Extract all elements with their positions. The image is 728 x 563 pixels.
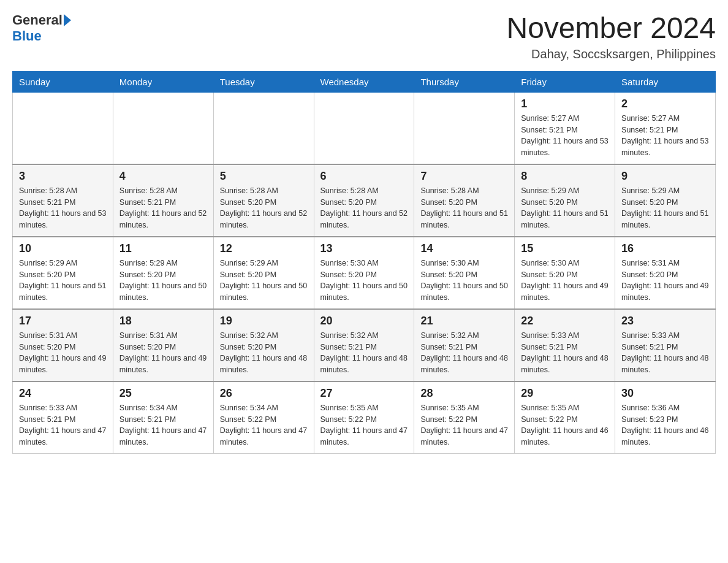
calendar-day-cell [113, 92, 213, 164]
day-info: Sunrise: 5:32 AMSunset: 5:20 PMDaylight:… [220, 330, 308, 376]
calendar-day-cell: 30Sunrise: 5:36 AMSunset: 5:23 PMDayligh… [615, 381, 716, 454]
day-info: Sunrise: 5:33 AMSunset: 5:21 PMDaylight:… [521, 330, 609, 376]
day-info: Sunrise: 5:28 AMSunset: 5:20 PMDaylight:… [220, 185, 308, 231]
day-number: 6 [320, 170, 408, 183]
calendar-day-cell: 15Sunrise: 5:30 AMSunset: 5:20 PMDayligh… [515, 237, 615, 309]
day-info: Sunrise: 5:29 AMSunset: 5:20 PMDaylight:… [119, 258, 207, 304]
calendar-day-cell: 2Sunrise: 5:27 AMSunset: 5:21 PMDaylight… [615, 92, 716, 164]
day-info: Sunrise: 5:30 AMSunset: 5:20 PMDaylight:… [320, 258, 408, 304]
calendar-day-cell: 20Sunrise: 5:32 AMSunset: 5:21 PMDayligh… [314, 309, 414, 381]
col-tuesday: Tuesday [213, 71, 314, 92]
day-number: 25 [119, 387, 207, 400]
day-info: Sunrise: 5:28 AMSunset: 5:21 PMDaylight:… [19, 185, 107, 231]
calendar-week-row: 17Sunrise: 5:31 AMSunset: 5:20 PMDayligh… [13, 309, 716, 381]
day-info: Sunrise: 5:28 AMSunset: 5:20 PMDaylight:… [420, 185, 508, 231]
day-number: 9 [621, 170, 709, 183]
calendar-day-cell: 10Sunrise: 5:29 AMSunset: 5:20 PMDayligh… [13, 237, 113, 309]
calendar-day-cell [414, 92, 515, 164]
col-sunday: Sunday [13, 71, 113, 92]
calendar-day-cell: 24Sunrise: 5:33 AMSunset: 5:21 PMDayligh… [13, 381, 113, 454]
day-number: 28 [420, 387, 508, 400]
day-number: 23 [621, 315, 709, 327]
day-number: 1 [521, 98, 609, 110]
day-number: 20 [320, 315, 408, 327]
day-number: 19 [220, 315, 308, 327]
calendar-day-cell: 27Sunrise: 5:35 AMSunset: 5:22 PMDayligh… [314, 381, 414, 454]
day-number: 13 [320, 242, 408, 255]
day-info: Sunrise: 5:29 AMSunset: 5:20 PMDaylight:… [220, 258, 308, 304]
calendar-header: Sunday Monday Tuesday Wednesday Thursday… [13, 71, 716, 92]
day-info: Sunrise: 5:27 AMSunset: 5:21 PMDaylight:… [521, 113, 609, 159]
calendar-day-cell: 26Sunrise: 5:34 AMSunset: 5:22 PMDayligh… [213, 381, 314, 454]
day-number: 5 [220, 170, 308, 183]
day-info: Sunrise: 5:36 AMSunset: 5:23 PMDaylight:… [621, 402, 709, 448]
day-number: 12 [220, 242, 308, 255]
day-info: Sunrise: 5:28 AMSunset: 5:20 PMDaylight:… [320, 185, 408, 231]
day-info: Sunrise: 5:35 AMSunset: 5:22 PMDaylight:… [320, 402, 408, 448]
header-row: Sunday Monday Tuesday Wednesday Thursday… [13, 71, 716, 92]
page-subtitle: Dahay, Soccsksargen, Philippines [506, 47, 716, 61]
day-number: 18 [119, 315, 207, 327]
calendar-day-cell: 4Sunrise: 5:28 AMSunset: 5:21 PMDaylight… [113, 164, 213, 237]
day-number: 22 [521, 315, 609, 327]
calendar-day-cell: 3Sunrise: 5:28 AMSunset: 5:21 PMDaylight… [13, 164, 113, 237]
day-info: Sunrise: 5:34 AMSunset: 5:22 PMDaylight:… [220, 402, 308, 448]
logo-general-text: General [12, 12, 63, 28]
title-area: November 2024 Dahay, Soccsksargen, Phili… [506, 12, 716, 61]
calendar-day-cell: 16Sunrise: 5:31 AMSunset: 5:20 PMDayligh… [615, 237, 716, 309]
day-number: 29 [521, 387, 609, 400]
day-number: 30 [621, 387, 709, 400]
day-info: Sunrise: 5:35 AMSunset: 5:22 PMDaylight:… [521, 402, 609, 448]
day-info: Sunrise: 5:33 AMSunset: 5:21 PMDaylight:… [19, 402, 107, 448]
day-number: 16 [621, 242, 709, 255]
calendar-day-cell: 23Sunrise: 5:33 AMSunset: 5:21 PMDayligh… [615, 309, 716, 381]
calendar-day-cell: 6Sunrise: 5:28 AMSunset: 5:20 PMDaylight… [314, 164, 414, 237]
logo-blue-text: Blue [12, 28, 42, 44]
page-title: November 2024 [506, 12, 716, 45]
calendar-day-cell: 29Sunrise: 5:35 AMSunset: 5:22 PMDayligh… [515, 381, 615, 454]
day-info: Sunrise: 5:31 AMSunset: 5:20 PMDaylight:… [119, 330, 207, 376]
calendar-day-cell: 9Sunrise: 5:29 AMSunset: 5:20 PMDaylight… [615, 164, 716, 237]
col-friday: Friday [515, 71, 615, 92]
calendar-day-cell [314, 92, 414, 164]
calendar-day-cell: 28Sunrise: 5:35 AMSunset: 5:22 PMDayligh… [414, 381, 515, 454]
calendar-day-cell: 25Sunrise: 5:34 AMSunset: 5:21 PMDayligh… [113, 381, 213, 454]
calendar-day-cell: 19Sunrise: 5:32 AMSunset: 5:20 PMDayligh… [213, 309, 314, 381]
day-number: 10 [19, 242, 107, 255]
calendar-day-cell: 5Sunrise: 5:28 AMSunset: 5:20 PMDaylight… [213, 164, 314, 237]
day-info: Sunrise: 5:34 AMSunset: 5:21 PMDaylight:… [119, 402, 207, 448]
day-number: 15 [521, 242, 609, 255]
col-monday: Monday [113, 71, 213, 92]
day-number: 17 [19, 315, 107, 327]
calendar-day-cell: 21Sunrise: 5:32 AMSunset: 5:21 PMDayligh… [414, 309, 515, 381]
calendar-day-cell: 22Sunrise: 5:33 AMSunset: 5:21 PMDayligh… [515, 309, 615, 381]
calendar-week-row: 24Sunrise: 5:33 AMSunset: 5:21 PMDayligh… [13, 381, 716, 454]
day-info: Sunrise: 5:29 AMSunset: 5:20 PMDaylight:… [621, 185, 709, 231]
day-info: Sunrise: 5:32 AMSunset: 5:21 PMDaylight:… [420, 330, 508, 376]
day-info: Sunrise: 5:27 AMSunset: 5:21 PMDaylight:… [621, 113, 709, 159]
day-number: 14 [420, 242, 508, 255]
calendar-week-row: 10Sunrise: 5:29 AMSunset: 5:20 PMDayligh… [13, 237, 716, 309]
calendar-day-cell: 13Sunrise: 5:30 AMSunset: 5:20 PMDayligh… [314, 237, 414, 309]
header: General Blue November 2024 Dahay, Soccsk… [12, 12, 716, 61]
logo-arrow-icon [64, 14, 71, 26]
calendar-day-cell: 17Sunrise: 5:31 AMSunset: 5:20 PMDayligh… [13, 309, 113, 381]
calendar-day-cell: 7Sunrise: 5:28 AMSunset: 5:20 PMDaylight… [414, 164, 515, 237]
day-number: 24 [19, 387, 107, 400]
day-number: 2 [621, 98, 709, 110]
calendar-day-cell: 8Sunrise: 5:29 AMSunset: 5:20 PMDaylight… [515, 164, 615, 237]
day-number: 27 [320, 387, 408, 400]
calendar-day-cell: 11Sunrise: 5:29 AMSunset: 5:20 PMDayligh… [113, 237, 213, 309]
day-info: Sunrise: 5:30 AMSunset: 5:20 PMDaylight:… [521, 258, 609, 304]
calendar-day-cell: 18Sunrise: 5:31 AMSunset: 5:20 PMDayligh… [113, 309, 213, 381]
calendar-week-row: 3Sunrise: 5:28 AMSunset: 5:21 PMDaylight… [13, 164, 716, 237]
day-number: 4 [119, 170, 207, 183]
day-number: 3 [19, 170, 107, 183]
day-number: 11 [119, 242, 207, 255]
col-wednesday: Wednesday [314, 71, 414, 92]
day-info: Sunrise: 5:35 AMSunset: 5:22 PMDaylight:… [420, 402, 508, 448]
calendar-day-cell: 12Sunrise: 5:29 AMSunset: 5:20 PMDayligh… [213, 237, 314, 309]
day-number: 26 [220, 387, 308, 400]
calendar-day-cell [13, 92, 113, 164]
day-info: Sunrise: 5:31 AMSunset: 5:20 PMDaylight:… [19, 330, 107, 376]
